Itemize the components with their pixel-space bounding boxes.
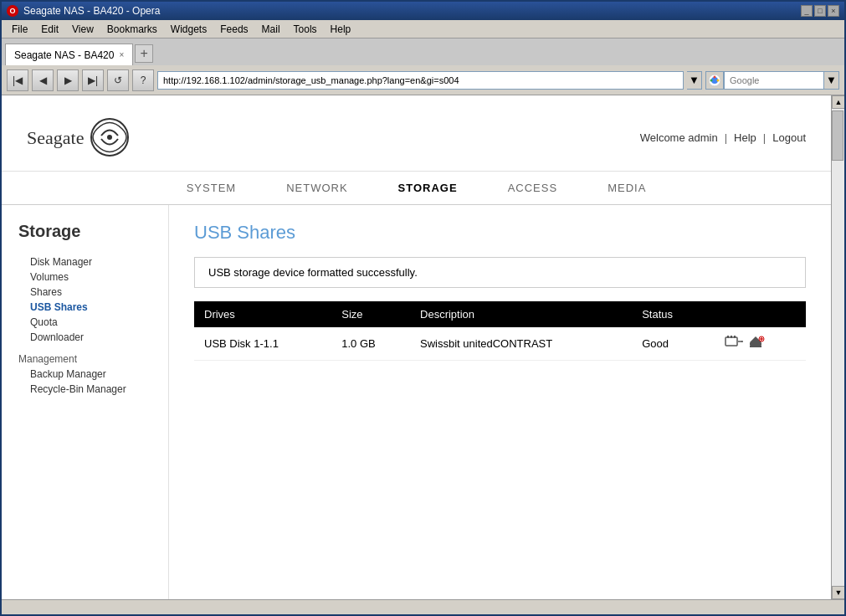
main-area: USB Shares USB storage device formatted … — [169, 205, 831, 599]
fast-forward-button[interactable]: ▶| — [82, 69, 104, 91]
nav-access[interactable]: ACCESS — [508, 182, 557, 194]
sidebar-title: Storage — [18, 222, 151, 241]
svg-text:Seagate: Seagate — [27, 127, 84, 148]
nav-storage[interactable]: STORAGE — [398, 182, 458, 194]
svg-rect-16 — [750, 346, 761, 347]
seagate-logo: Seagate — [27, 112, 131, 162]
window-title: Seagate NAS - BA420 - Opera — [23, 5, 160, 17]
new-tab-button[interactable]: + — [135, 44, 153, 63]
format-icon-svg — [725, 334, 743, 349]
svg-rect-8 — [726, 337, 737, 346]
welcome-text: Welcome admin — [640, 131, 718, 144]
menu-help[interactable]: Help — [324, 22, 358, 37]
cell-status: Good — [632, 327, 706, 361]
status-bar — [2, 599, 844, 614]
menu-bar: File Edit View Bookmarks Widgets Feeds M… — [2, 20, 844, 38]
sidebar-item-backup-manager[interactable]: Backup Manager — [18, 367, 151, 382]
menu-mail[interactable]: Mail — [255, 22, 287, 37]
tab-seagate[interactable]: Seagate NAS - BA420 × — [5, 44, 133, 65]
svg-point-4 — [710, 79, 713, 81]
address-dropdown[interactable]: ▼ — [687, 71, 702, 90]
search-dropdown[interactable]: ▼ — [824, 71, 839, 90]
sidebar: Storage Disk Manager Volumes Shares USB … — [2, 205, 169, 599]
svg-rect-14 — [750, 342, 761, 346]
nav-menu: SYSTEM NETWORK STORAGE ACCESS MEDIA — [2, 172, 831, 205]
sidebar-section-storage: Disk Manager Volumes Shares USB Shares Q… — [18, 254, 151, 345]
svg-point-13 — [741, 341, 743, 342]
title-bar: O Seagate NAS - BA420 - Opera _ □ × — [2, 2, 844, 20]
svg-point-3 — [717, 79, 720, 81]
menu-feeds[interactable]: Feeds — [213, 22, 254, 37]
sep1: | — [718, 131, 734, 144]
menu-bookmarks[interactable]: Bookmarks — [100, 22, 164, 37]
sidebar-item-volumes[interactable]: Volumes — [18, 270, 151, 285]
cell-size: 1.0 GB — [331, 327, 410, 361]
svg-point-7 — [107, 135, 112, 140]
scroll-up-button[interactable]: ▲ — [832, 95, 844, 109]
logout-link[interactable]: Logout — [772, 131, 806, 144]
sidebar-item-quota[interactable]: Quota — [18, 315, 151, 330]
close-button[interactable]: × — [828, 5, 839, 17]
sidebar-management: Management Backup Manager Recycle-Bin Ma… — [18, 353, 151, 397]
browser-icon: O — [7, 5, 18, 17]
home-button[interactable]: ? — [132, 69, 154, 91]
svg-rect-11 — [734, 336, 736, 338]
nav-network[interactable]: NETWORK — [286, 182, 347, 194]
success-message: USB storage device formatted successfull… — [194, 257, 806, 288]
col-status: Status — [632, 301, 706, 327]
help-link[interactable]: Help — [734, 131, 756, 144]
menu-edit[interactable]: Edit — [34, 22, 65, 37]
col-description: Description — [410, 301, 632, 327]
sidebar-item-usb-shares[interactable]: USB Shares — [18, 300, 151, 315]
tab-bar: Seagate NAS - BA420 × + — [2, 38, 844, 65]
col-actions — [706, 301, 806, 327]
scroll-track[interactable] — [832, 109, 844, 586]
sidebar-item-downloader[interactable]: Downloader — [18, 330, 151, 345]
tab-label: Seagate NAS - BA420 — [14, 49, 114, 61]
svg-point-2 — [714, 75, 716, 78]
cell-drive: USB Disk 1-1.1 — [194, 327, 331, 361]
drives-table: Drives Size Description Status USB Disk … — [194, 301, 806, 361]
seagate-circle-icon — [89, 112, 131, 162]
eject-icon[interactable] — [746, 334, 765, 353]
maximize-button[interactable]: □ — [814, 5, 826, 17]
table-row: USB Disk 1-1.1 1.0 GB Swissbit unitedCON… — [194, 327, 806, 361]
search-engine-icon — [705, 71, 724, 90]
col-size: Size — [331, 301, 410, 327]
cell-actions — [706, 327, 806, 361]
sidebar-item-shares[interactable]: Shares — [18, 285, 151, 300]
address-bar[interactable] — [157, 71, 684, 90]
seagate-logo-svg: Seagate — [27, 112, 85, 162]
back-to-start-button[interactable]: |◀ — [7, 69, 28, 91]
cell-description: Swissbit unitedCONTRAST — [410, 327, 632, 361]
eject-icon-svg — [746, 334, 765, 349]
nav-system[interactable]: SYSTEM — [187, 182, 236, 194]
reload-button[interactable]: ↺ — [107, 69, 129, 91]
back-button[interactable]: ◀ — [32, 69, 54, 91]
scroll-down-button[interactable]: ▼ — [832, 586, 844, 599]
forward-button[interactable]: ▶ — [57, 69, 79, 91]
nav-bar: |◀ ◀ ▶ ▶| ↺ ? ▼ ▼ — [2, 65, 844, 95]
header-links: Welcome admin | Help | Logout — [640, 131, 806, 144]
tab-close-button[interactable]: × — [119, 50, 124, 59]
svg-rect-9 — [727, 336, 729, 338]
menu-view[interactable]: View — [65, 22, 100, 37]
main-content: Seagate Welcome admin | Help — [2, 95, 831, 599]
menu-file[interactable]: File — [5, 22, 34, 37]
sep2: | — [756, 131, 772, 144]
sidebar-item-disk-manager[interactable]: Disk Manager — [18, 254, 151, 270]
sidebar-management-title: Management — [18, 353, 151, 365]
scroll-thumb[interactable] — [832, 110, 843, 161]
search-input[interactable] — [724, 71, 824, 90]
page-title: USB Shares — [194, 222, 806, 244]
minimize-button[interactable]: _ — [801, 5, 813, 17]
sidebar-item-recycle-bin[interactable]: Recycle-Bin Manager — [18, 382, 151, 397]
menu-widgets[interactable]: Widgets — [164, 22, 213, 37]
menu-tools[interactable]: Tools — [287, 22, 324, 37]
col-drives: Drives — [194, 301, 331, 327]
svg-rect-10 — [731, 336, 732, 338]
format-icon[interactable] — [725, 334, 743, 353]
nav-media[interactable]: MEDIA — [608, 182, 646, 194]
page-header: Seagate Welcome admin | Help — [2, 95, 831, 172]
scrollbar[interactable]: ▲ ▼ — [831, 95, 844, 599]
